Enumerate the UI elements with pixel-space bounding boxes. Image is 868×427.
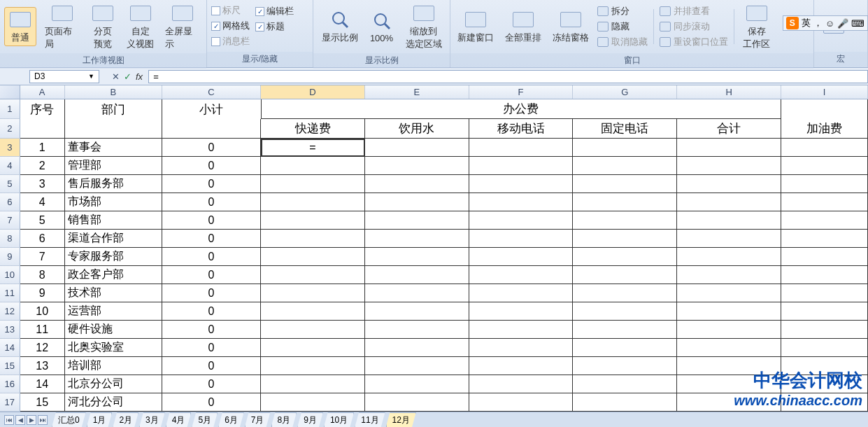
cell[interactable] (677, 266, 781, 284)
col-header[interactable]: A (20, 85, 65, 99)
cell[interactable] (365, 175, 469, 193)
sheet-tab[interactable]: 11月 (355, 412, 385, 428)
cell[interactable] (365, 230, 469, 248)
cell[interactable]: 0 (162, 375, 261, 393)
cell[interactable] (573, 230, 677, 248)
cell[interactable] (469, 230, 574, 248)
cell[interactable] (573, 211, 677, 230)
cell[interactable] (162, 119, 261, 139)
hide-button[interactable]: 隐藏 (597, 20, 648, 33)
cell[interactable] (677, 193, 781, 211)
cell[interactable] (365, 339, 469, 357)
fx-icon[interactable]: fx (136, 71, 143, 82)
cell[interactable] (469, 357, 574, 375)
cell[interactable]: 0 (162, 211, 261, 230)
cell[interactable] (261, 157, 365, 175)
split-button[interactable]: 拆分 (597, 5, 648, 18)
tab-last-icon[interactable]: ⏭ (38, 415, 48, 425)
sheet-tab[interactable]: 4月 (166, 412, 192, 428)
cell[interactable]: 培训部 (65, 357, 162, 375)
sheet-tab[interactable]: 10月 (324, 412, 354, 428)
smile-icon[interactable]: ☺ (825, 18, 834, 29)
cell[interactable] (573, 302, 677, 321)
cell[interactable]: 12 (20, 339, 65, 357)
cell[interactable]: 0 (162, 266, 261, 284)
cell[interactable]: 0 (162, 357, 261, 375)
cell[interactable] (677, 357, 781, 375)
cell[interactable] (677, 284, 781, 302)
cell[interactable] (781, 193, 868, 211)
col-header[interactable]: I (781, 85, 868, 99)
cell[interactable]: 技术部 (65, 284, 162, 302)
cell[interactable]: 北京分公司 (65, 375, 162, 393)
cell[interactable] (677, 339, 781, 357)
cell[interactable]: 饮用水 (365, 119, 469, 139)
tab-next-icon[interactable]: ▶ (27, 415, 36, 425)
headings-checkbox[interactable]: ✓标题 (255, 20, 294, 33)
cell[interactable]: 0 (162, 339, 261, 357)
cell[interactable] (781, 375, 868, 393)
row-header[interactable]: 6 (0, 193, 20, 211)
row-header[interactable]: 4 (0, 157, 20, 175)
cell[interactable] (781, 357, 868, 375)
zoom-100-button[interactable]: 100% (367, 9, 397, 45)
cell[interactable] (677, 211, 781, 230)
cell[interactable] (469, 375, 574, 393)
cell[interactable]: 0 (162, 175, 261, 193)
cell[interactable] (469, 175, 574, 193)
cell[interactable]: 政企客户部 (65, 266, 162, 284)
cell[interactable]: 0 (162, 230, 261, 248)
tab-prev-icon[interactable]: ◀ (15, 415, 25, 425)
accept-formula-icon[interactable]: ✓ (124, 71, 131, 82)
cell[interactable]: 4 (20, 193, 65, 211)
cell[interactable] (261, 193, 365, 211)
sheet-tab[interactable]: 9月 (297, 412, 323, 428)
view-page-layout-button[interactable]: 页面布局 (42, 1, 82, 52)
select-all-corner[interactable] (0, 85, 20, 99)
cell[interactable] (573, 193, 677, 211)
row-header[interactable]: 13 (0, 321, 20, 339)
cell[interactable]: 硬件设施 (65, 321, 162, 339)
cell[interactable] (573, 375, 677, 393)
cell[interactable] (20, 119, 65, 139)
arrange-all-button[interactable]: 全部重排 (502, 8, 544, 46)
cell[interactable]: 0 (162, 393, 261, 412)
row-header[interactable]: 8 (0, 230, 20, 248)
cell[interactable] (365, 211, 469, 230)
cell[interactable]: 5 (20, 211, 65, 230)
save-workspace-button[interactable]: 保存 工作区 (740, 1, 773, 52)
row-header[interactable]: 2 (0, 119, 20, 139)
cell[interactable] (781, 99, 868, 119)
cell[interactable] (469, 248, 574, 266)
cell[interactable]: 管理部 (65, 157, 162, 175)
cell[interactable]: 售后服务部 (65, 175, 162, 193)
cell[interactable]: 渠道合作部 (65, 230, 162, 248)
row-header[interactable]: 15 (0, 357, 20, 375)
cell[interactable] (365, 139, 469, 157)
cell[interactable]: 3 (20, 175, 65, 193)
row-header[interactable]: 7 (0, 211, 20, 230)
cell[interactable] (677, 248, 781, 266)
cell[interactable] (781, 211, 868, 230)
cell[interactable]: 1 (20, 139, 65, 157)
cell[interactable] (469, 266, 574, 284)
cell[interactable]: 11 (20, 321, 65, 339)
cell[interactable] (261, 393, 365, 412)
cell[interactable] (261, 266, 365, 284)
cell[interactable]: 固定电话 (573, 119, 677, 139)
cell[interactable]: 序号 (20, 99, 65, 119)
cell[interactable] (677, 375, 781, 393)
cell[interactable] (469, 193, 574, 211)
row-header[interactable]: 12 (0, 302, 20, 321)
cell[interactable] (781, 139, 868, 157)
formulabar-checkbox[interactable]: ✓编辑栏 (255, 5, 294, 18)
cell[interactable] (573, 248, 677, 266)
row-header[interactable]: 3 (0, 139, 20, 157)
cell[interactable] (261, 302, 365, 321)
cell[interactable]: 专家服务部 (65, 248, 162, 266)
cell[interactable] (677, 157, 781, 175)
sheet-tab[interactable]: 5月 (192, 412, 218, 428)
cell[interactable] (365, 157, 469, 175)
row-header[interactable]: 16 (0, 375, 20, 393)
cell[interactable] (65, 119, 162, 139)
